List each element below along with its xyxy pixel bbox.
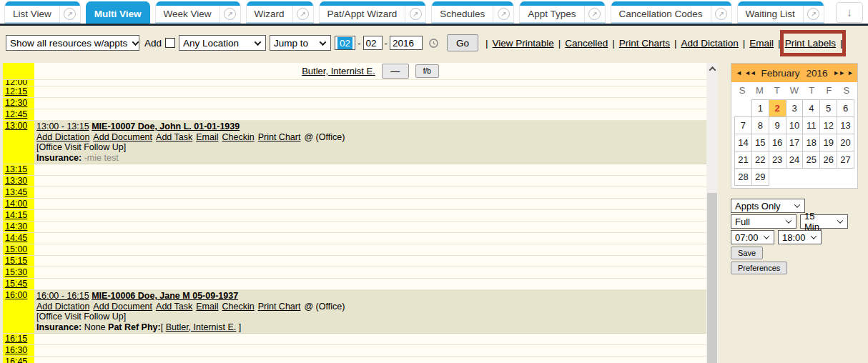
next-double-arrow-icon[interactable]: ►►	[833, 69, 844, 76]
calendar-day[interactable]: 13	[837, 116, 854, 134]
calendar-day[interactable]: 20	[837, 134, 854, 151]
clock-icon[interactable]	[428, 38, 439, 49]
tab-multi-view[interactable]: Multi View	[86, 1, 150, 24]
time-link[interactable]: 13:00	[5, 121, 27, 131]
empty-slot-cell[interactable]	[34, 222, 706, 233]
calendar-day[interactable]: 29	[751, 168, 769, 186]
calendar-day[interactable]: 28	[734, 168, 752, 186]
tab-pat-appt-wizard[interactable]: Pat/Appt Wizard↗	[319, 1, 427, 24]
scroll-up-button[interactable]	[706, 63, 718, 75]
calendar-day[interactable]: 21	[734, 151, 752, 169]
view-printable-link[interactable]: View Printable	[493, 38, 554, 49]
empty-slot-cell[interactable]	[34, 199, 706, 210]
time-link[interactable]: 15:00	[5, 244, 27, 254]
time-link[interactable]: 16:45	[5, 357, 27, 363]
date-month-input[interactable]: 02	[335, 36, 355, 50]
tab-week-view[interactable]: Week View↗	[155, 1, 241, 24]
tab-schedules[interactable]: Schedules↗	[431, 1, 514, 24]
empty-slot-cell[interactable]	[34, 334, 706, 345]
next-arrow-icon[interactable]: ►	[847, 69, 853, 76]
checkin-link[interactable]: Checkin	[222, 302, 255, 312]
calendar-day[interactable]: 19	[819, 134, 837, 151]
calendar-day[interactable]: 6	[837, 99, 854, 117]
open-in-new-window-icon[interactable]: ↗	[711, 6, 731, 22]
time-link[interactable]: 15:30	[5, 267, 27, 277]
calendar-day[interactable]: 27	[837, 151, 854, 169]
time-link[interactable]: 16:15	[5, 334, 27, 344]
size-filter-select[interactable]: Full	[731, 214, 797, 229]
time-link[interactable]: 15:15	[5, 256, 27, 266]
time-link[interactable]: 12:15	[5, 86, 27, 96]
open-in-new-window-icon[interactable]: ↗	[493, 6, 513, 22]
collapse-panel-button[interactable]: ↓	[836, 2, 863, 23]
prev-double-arrow-icon[interactable]: ◄◄	[744, 69, 756, 76]
empty-slot-cell[interactable]	[34, 256, 706, 267]
cancelled-link[interactable]: Cancelled	[565, 38, 608, 49]
calendar-day[interactable]: 4	[802, 99, 820, 117]
display-filter-select[interactable]: Appts Only	[731, 199, 805, 213]
prev-arrow-icon[interactable]: ◄	[736, 69, 741, 76]
calendar-day[interactable]: 16	[769, 134, 786, 151]
tab-waiting-list[interactable]: Waiting List↗	[737, 1, 824, 24]
time-link[interactable]: 13:45	[5, 187, 27, 197]
empty-slot-cell[interactable]	[34, 267, 706, 279]
tab-cancellation-codes[interactable]: Cancellation Codes↗	[611, 1, 732, 24]
provider-link[interactable]: Butler, Internist E.	[302, 66, 375, 76]
end-time-select[interactable]: 18:00	[778, 230, 822, 244]
empty-slot-cell[interactable]	[34, 109, 706, 121]
empty-slot-cell[interactable]	[34, 164, 706, 176]
patient-link[interactable]: MIE-10007 Doe, John L. 01-01-1939	[92, 121, 240, 131]
calendar-day[interactable]: 17	[786, 134, 804, 151]
jump-to-select[interactable]: Jump to	[270, 35, 331, 51]
empty-slot-cell[interactable]	[34, 233, 706, 244]
time-link[interactable]: 12:00	[5, 80, 27, 86]
calendar-day[interactable]: 8	[751, 116, 769, 134]
calendar-day[interactable]: 26	[819, 151, 837, 169]
add-dictation-link[interactable]: Add Dictation	[36, 302, 89, 312]
date-day-input[interactable]: 02	[363, 36, 383, 50]
add-document-link[interactable]: Add Document	[93, 302, 152, 312]
start-time-select[interactable]: 07:00	[731, 230, 774, 244]
time-link[interactable]: 14:45	[5, 233, 27, 243]
date-year-input[interactable]: 2016	[390, 36, 423, 50]
time-link[interactable]: 12:30	[5, 98, 27, 108]
empty-slot-cell[interactable]	[34, 345, 706, 357]
open-in-new-window-icon[interactable]: ↗	[292, 6, 313, 22]
email-link[interactable]: Email	[749, 38, 774, 49]
time-link[interactable]: 16:00	[5, 290, 27, 300]
fb-button[interactable]: f/b	[415, 64, 439, 78]
empty-slot-cell[interactable]	[34, 80, 706, 86]
calendar-day[interactable]: 5	[819, 99, 837, 117]
print-charts-link[interactable]: Print Charts	[619, 38, 670, 49]
open-in-new-window-icon[interactable]: ↗	[405, 6, 425, 22]
open-in-new-window-icon[interactable]: ↗	[584, 6, 605, 22]
time-link[interactable]: 14:00	[5, 199, 27, 209]
time-link[interactable]: 13:30	[5, 176, 27, 186]
calendar-day[interactable]: 9	[769, 116, 786, 134]
calendar-day[interactable]: 18	[802, 134, 820, 151]
pat-ref-provider-link[interactable]: Butler, Internist E.	[166, 322, 237, 332]
calendar-day[interactable]: 10	[786, 116, 804, 134]
time-link[interactable]: 16:30	[5, 345, 27, 355]
appointment-time-link[interactable]: 13:00 - 13:15	[36, 121, 89, 131]
checkin-link[interactable]: Checkin	[222, 132, 255, 142]
scrollbar[interactable]	[706, 63, 718, 363]
calendar-day[interactable]: 22	[751, 151, 769, 169]
go-button[interactable]: Go	[447, 34, 478, 51]
time-link[interactable]: 14:30	[5, 222, 27, 232]
calendar-day[interactable]: 23	[769, 151, 786, 169]
add-dictation-link[interactable]: Add Dictation	[36, 132, 89, 142]
print-labels-link[interactable]: Print Labels	[785, 38, 836, 49]
empty-slot-cell[interactable]	[34, 98, 706, 109]
open-in-new-window-icon[interactable]: ↗	[59, 6, 80, 22]
scrollbar-thumb[interactable]	[707, 193, 717, 363]
time-link[interactable]: 15:45	[5, 279, 27, 289]
calendar-day[interactable]: 12	[819, 116, 837, 134]
tab-appt-types[interactable]: Appt Types↗	[519, 1, 605, 24]
calendar-day[interactable]: 3	[786, 99, 804, 117]
save-button[interactable]: Save	[731, 247, 763, 259]
add-dictation-link[interactable]: Add Dictation	[681, 38, 739, 49]
add-checkbox[interactable]	[165, 38, 175, 48]
tab-wizard[interactable]: Wizard↗	[246, 1, 314, 24]
patient-link[interactable]: MIE-10006 Doe, Jane M 05-09-1937	[92, 291, 238, 301]
